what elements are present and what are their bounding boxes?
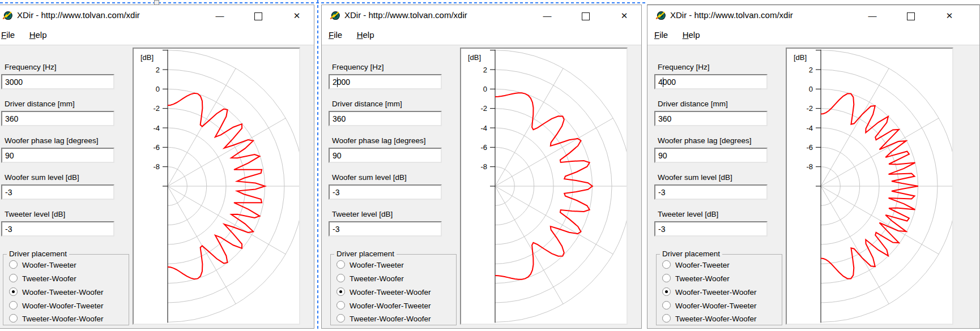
window-title: XDir - http://www.tolvan.com/xdir — [670, 10, 793, 20]
driver-distance-input[interactable]: 360 — [329, 111, 442, 126]
window-title: XDir - http://www.tolvan.com/xdir — [17, 10, 140, 20]
text-caret — [663, 78, 663, 87]
menu-file[interactable]: File — [1, 27, 17, 40]
polar-plot-panel: 20-2-4-6-8[dB] — [460, 48, 628, 325]
svg-text:[dB]: [dB] — [468, 53, 481, 62]
svg-text:-4: -4 — [153, 124, 160, 132]
polar-plot-panel: 20-2-4-6-8[dB] — [786, 48, 953, 325]
window-controls: — ✕ — [194, 5, 309, 27]
radio-option-tweeter-woofer[interactable]: Tweeter-Woofer — [9, 273, 76, 285]
woofer-sum-level-input[interactable]: -3 — [329, 184, 442, 200]
close-button[interactable]: ✕ — [284, 5, 309, 27]
menu-help[interactable]: Help — [357, 27, 377, 40]
driver-distance-input[interactable]: 360 — [654, 111, 768, 126]
menubar: File Help — [647, 27, 979, 45]
radio-option-woofer-tweeter-woofer[interactable]: Woofer-Tweeter-Woofer — [662, 287, 757, 298]
radio-option-woofer-tweeter[interactable]: Woofer-Tweeter — [662, 260, 730, 271]
woofer-sum-level-label: Woofer sum level [dB] — [658, 173, 732, 182]
radio-icon — [336, 274, 345, 282]
svg-text:-6: -6 — [480, 143, 487, 152]
maximize-button[interactable] — [246, 5, 271, 27]
radio-icon-selected — [336, 287, 345, 296]
driver-distance-input[interactable]: 360 — [1, 111, 114, 126]
radio-option-tweeter-woofer-woofer[interactable]: Tweeter-Woofer-Woofer — [336, 313, 431, 325]
menu-help[interactable]: Help — [683, 27, 702, 40]
radio-option-woofer-tweeter-woofer[interactable]: Woofer-Tweeter-Woofer — [9, 287, 104, 298]
driver-placement-group: Driver placement Woofer-Tweeter Tweeter-… — [656, 254, 782, 325]
svg-text:2: 2 — [809, 66, 813, 74]
titlebar[interactable]: XDir - http://www.tolvan.com/xdir — ✕ — [647, 5, 979, 27]
maximize-button[interactable] — [898, 5, 923, 27]
maximize-icon — [254, 12, 262, 20]
minimize-button[interactable]: — — [535, 5, 560, 27]
xdir-window-2: XDir - http://www.tolvan.com/xdir — ✕ Fi… — [321, 5, 642, 329]
woofer-phase-lag-input[interactable]: 90 — [329, 148, 442, 163]
close-button[interactable]: ✕ — [612, 5, 637, 27]
radio-option-tweeter-woofer[interactable]: Tweeter-Woofer — [336, 273, 404, 285]
titlebar[interactable]: XDir - http://www.tolvan.com/xdir — ✕ — [322, 5, 641, 27]
svg-text:-4: -4 — [480, 124, 487, 132]
radio-icon — [662, 314, 671, 323]
radio-option-woofer-woofer-tweeter[interactable]: Woofer-Woofer-Tweeter — [9, 300, 104, 312]
woofer-phase-lag-input[interactable]: 90 — [654, 148, 768, 163]
svg-text:-8: -8 — [480, 162, 487, 171]
driver-placement-group: Driver placement Woofer-Tweeter Tweeter-… — [330, 254, 457, 325]
svg-text:2: 2 — [156, 66, 160, 74]
woofer-phase-lag-input[interactable]: 90 — [1, 148, 114, 163]
menu-help[interactable]: Help — [29, 27, 49, 40]
frequency-input[interactable]: 4000 — [654, 74, 768, 89]
selection-dashed-line-top — [0, 2, 646, 3]
radio-option-tweeter-woofer-woofer[interactable]: Tweeter-Woofer-Woofer — [9, 313, 104, 325]
svg-text:[dB]: [dB] — [794, 53, 807, 62]
frequency-input[interactable]: 2000 — [329, 74, 442, 89]
radio-icon — [9, 274, 18, 282]
radio-option-tweeter-woofer[interactable]: Tweeter-Woofer — [662, 273, 730, 285]
tweeter-level-input[interactable]: -3 — [1, 221, 114, 237]
radio-option-woofer-tweeter[interactable]: Woofer-Tweeter — [9, 260, 76, 271]
close-button[interactable]: ✕ — [937, 5, 962, 27]
maximize-button[interactable] — [573, 5, 598, 27]
svg-text:[dB]: [dB] — [140, 53, 154, 62]
frequency-label: Frequency [Hz] — [5, 63, 57, 71]
tweeter-level-input[interactable]: -3 — [329, 221, 442, 237]
svg-text:-2: -2 — [480, 104, 487, 113]
tweeter-level-input[interactable]: -3 — [654, 221, 768, 237]
menu-file[interactable]: File — [654, 27, 670, 40]
menu-file[interactable]: File — [329, 27, 344, 40]
tweeter-level-label: Tweeter level [dB] — [658, 210, 718, 218]
svg-text:-4: -4 — [806, 124, 813, 132]
svg-text:-2: -2 — [153, 104, 160, 113]
woofer-sum-level-input[interactable]: -3 — [1, 184, 114, 200]
woofer-sum-level-label: Woofer sum level [dB] — [5, 173, 79, 182]
svg-text:0: 0 — [483, 85, 487, 93]
polar-directivity-chart: 20-2-4-6-8[dB] — [787, 49, 952, 324]
maximize-icon — [582, 12, 590, 20]
minimize-button[interactable]: — — [207, 5, 232, 27]
xdir-app-icon — [330, 11, 340, 21]
driver-placement-group-label: Driver placement — [7, 250, 69, 258]
svg-text:-8: -8 — [153, 162, 160, 171]
xdir-app-icon — [2, 11, 12, 21]
driver-distance-label: Driver distance [mm] — [332, 100, 402, 108]
window-title: XDir - http://www.tolvan.com/xdir — [344, 10, 467, 20]
driver-placement-group-label: Driver placement — [334, 250, 397, 258]
radio-option-woofer-tweeter-woofer[interactable]: Woofer-Tweeter-Woofer — [336, 287, 431, 298]
radio-option-woofer-woofer-tweeter[interactable]: Woofer-Woofer-Tweeter — [336, 300, 431, 312]
driver-distance-label: Driver distance [mm] — [5, 100, 75, 108]
woofer-sum-level-input[interactable]: -3 — [654, 184, 768, 200]
polar-directivity-chart: 20-2-4-6-8[dB] — [461, 49, 627, 324]
minimize-button[interactable]: — — [860, 5, 885, 27]
radio-option-tweeter-woofer-woofer[interactable]: Tweeter-Woofer-Woofer — [662, 313, 757, 325]
frequency-input[interactable]: 3000 — [1, 74, 114, 89]
tweeter-level-label: Tweeter level [dB] — [332, 210, 393, 218]
radio-icon — [336, 260, 345, 269]
woofer-sum-level-label: Woofer sum level [dB] — [332, 173, 407, 182]
radio-option-woofer-woofer-tweeter[interactable]: Woofer-Woofer-Tweeter — [662, 300, 757, 312]
titlebar[interactable]: XDir - http://www.tolvan.com/xdir — ✕ — [0, 5, 314, 27]
radio-option-woofer-tweeter[interactable]: Woofer-Tweeter — [336, 260, 404, 271]
xdir-window-3: XDir - http://www.tolvan.com/xdir — ✕ Fi… — [647, 5, 980, 329]
radio-icon — [9, 314, 18, 323]
selection-handle[interactable] — [154, 0, 159, 5]
xdir-app-icon — [655, 11, 666, 21]
radio-icon — [336, 301, 345, 309]
